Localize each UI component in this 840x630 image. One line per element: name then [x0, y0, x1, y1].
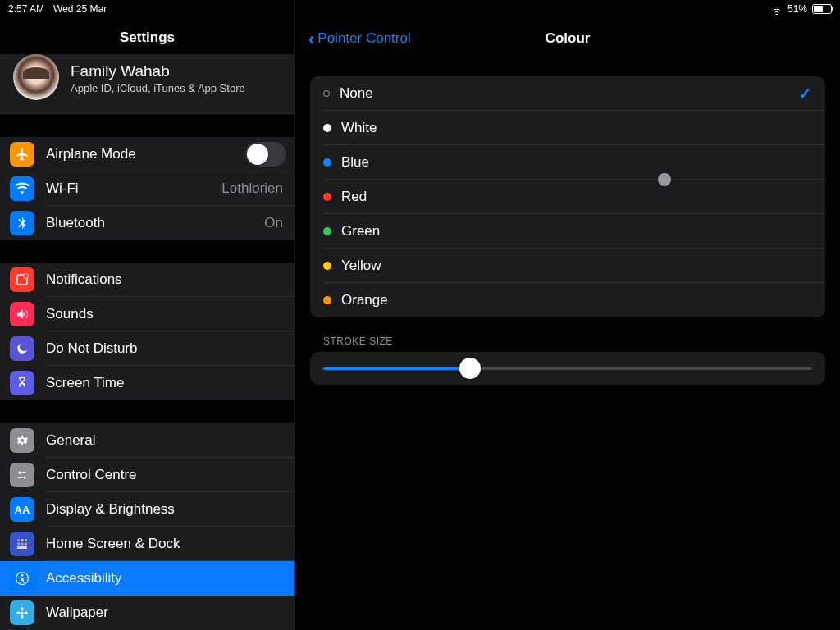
swatch-yellow-icon — [323, 262, 331, 270]
svg-point-19 — [24, 612, 28, 614]
colour-option-white[interactable]: White — [310, 111, 825, 145]
airplane-toggle[interactable] — [245, 142, 286, 167]
sidebar-item-screen-time[interactable]: Screen Time — [0, 366, 294, 400]
svg-point-14 — [21, 574, 24, 577]
sidebar-item-general[interactable]: General — [0, 423, 294, 458]
settings-sidebar: Settings Family Wahab Apple ID, iCloud, … — [0, 0, 295, 630]
option-label: Yellow — [341, 258, 381, 274]
profile-name: Family Wahab — [71, 62, 245, 80]
bluetooth-icon — [10, 211, 34, 235]
battery-icon — [812, 4, 832, 14]
status-battery-pct: 51% — [788, 3, 807, 15]
colour-option-blue[interactable]: Blue — [310, 145, 825, 180]
sidebar-item-sounds[interactable]: Sounds — [0, 297, 294, 331]
sidebar-item-label: Wallpaper — [46, 605, 288, 621]
sidebar-item-accessibility[interactable]: Accessibility — [0, 561, 294, 596]
option-label: None — [340, 85, 373, 102]
sidebar-item-label: Sounds — [46, 306, 288, 322]
airplane-icon — [10, 142, 34, 167]
colour-options: None ✓ White Blue Red G — [310, 76, 825, 317]
stroke-size-slider[interactable] — [323, 367, 812, 370]
wifi-icon — [771, 5, 783, 13]
accessibility-icon — [10, 566, 34, 591]
sidebar-item-control-centre[interactable]: Control Centre — [0, 458, 294, 492]
status-bar: 2:57 AM Wed 25 Mar 51% — [0, 0, 840, 18]
moon-icon — [10, 336, 34, 361]
flower-icon — [10, 600, 34, 625]
sidebar-item-label: Wi-Fi — [46, 180, 210, 197]
svg-point-4 — [24, 477, 26, 479]
wifi-settings-icon — [10, 176, 34, 201]
status-date: Wed 25 Mar — [53, 3, 107, 15]
profile-row[interactable]: Family Wahab Apple ID, iCloud, iTunes & … — [0, 54, 294, 114]
svg-rect-7 — [21, 539, 24, 541]
sidebar-item-do-not-disturb[interactable]: Do Not Disturb — [0, 331, 294, 366]
sidebar-item-notifications[interactable]: Notifications — [0, 262, 294, 297]
colour-option-red[interactable]: Red — [310, 180, 825, 214]
sidebar-item-label: Display & Brightness — [46, 501, 288, 518]
colour-option-green[interactable]: Green — [310, 214, 825, 249]
svg-rect-9 — [17, 543, 20, 546]
hourglass-icon — [10, 371, 34, 395]
swatch-orange-icon — [323, 296, 331, 304]
option-label: Green — [341, 223, 380, 240]
swatch-red-icon — [323, 193, 331, 201]
notifications-icon — [10, 267, 34, 292]
sidebar-item-home-screen-dock[interactable]: Home Screen & Dock — [0, 527, 294, 561]
sidebar-item-label: Do Not Disturb — [46, 340, 288, 357]
swatch-green-icon — [323, 227, 331, 235]
svg-point-2 — [19, 472, 21, 474]
detail-pane: ‹ Pointer Control Colour None ✓ White — [295, 0, 840, 630]
svg-rect-8 — [25, 539, 27, 541]
svg-point-16 — [21, 607, 24, 611]
sidebar-item-label: Home Screen & Dock — [46, 536, 288, 552]
option-label: Orange — [341, 292, 388, 308]
swatch-none-icon — [323, 90, 330, 97]
gear-icon — [10, 428, 34, 453]
colour-option-none[interactable]: None ✓ — [310, 76, 825, 111]
svg-rect-6 — [17, 539, 20, 541]
option-label: Red — [341, 189, 367, 205]
profile-sub: Apple ID, iCloud, iTunes & App Store — [71, 82, 245, 94]
option-label: White — [341, 120, 377, 136]
sidebar-item-label: Control Centre — [46, 467, 288, 483]
bluetooth-value: On — [264, 215, 283, 231]
sidebar-item-label: General — [46, 432, 288, 449]
svg-rect-11 — [25, 543, 27, 546]
slider-knob[interactable] — [459, 358, 481, 379]
sidebar-item-display-brightness[interactable]: AA Display & Brightness — [0, 492, 294, 527]
sidebar-item-bluetooth[interactable]: Bluetooth On — [0, 206, 294, 240]
stroke-size-label: STROKE SIZE — [323, 336, 825, 347]
sidebar-item-label: Accessibility — [46, 570, 288, 587]
sidebar-item-label: Notifications — [46, 272, 288, 288]
text-size-icon: AA — [10, 497, 34, 522]
svg-point-15 — [21, 612, 24, 614]
slider-fill — [323, 367, 470, 370]
swatch-blue-icon — [323, 158, 331, 167]
sounds-icon — [10, 302, 34, 326]
svg-point-17 — [21, 614, 24, 619]
svg-rect-5 — [18, 477, 23, 478]
sidebar-item-label: Bluetooth — [46, 215, 253, 231]
swatch-white-icon — [323, 124, 331, 132]
avatar — [13, 54, 59, 100]
sidebar-item-label: Screen Time — [46, 375, 288, 391]
sliders-icon — [10, 463, 34, 487]
svg-rect-12 — [17, 546, 27, 549]
option-label: Blue — [341, 154, 369, 171]
svg-point-18 — [16, 612, 21, 614]
sidebar-item-wallpaper[interactable]: Wallpaper — [0, 596, 294, 630]
grid-icon — [10, 532, 34, 556]
wifi-value: Lothlorien — [221, 180, 283, 197]
detail-title: Colour — [295, 30, 840, 47]
sidebar-item-airplane-mode[interactable]: Airplane Mode — [0, 137, 294, 171]
status-time: 2:57 AM — [8, 3, 44, 15]
colour-option-orange[interactable]: Orange — [310, 283, 825, 317]
colour-option-yellow[interactable]: Yellow — [310, 249, 825, 283]
svg-rect-3 — [21, 472, 26, 473]
check-icon: ✓ — [798, 84, 812, 103]
sidebar-item-label: Airplane Mode — [46, 146, 234, 162]
sidebar-item-wifi[interactable]: Wi-Fi Lothlorien — [0, 171, 294, 206]
svg-rect-10 — [21, 543, 24, 546]
svg-point-1 — [24, 274, 29, 279]
